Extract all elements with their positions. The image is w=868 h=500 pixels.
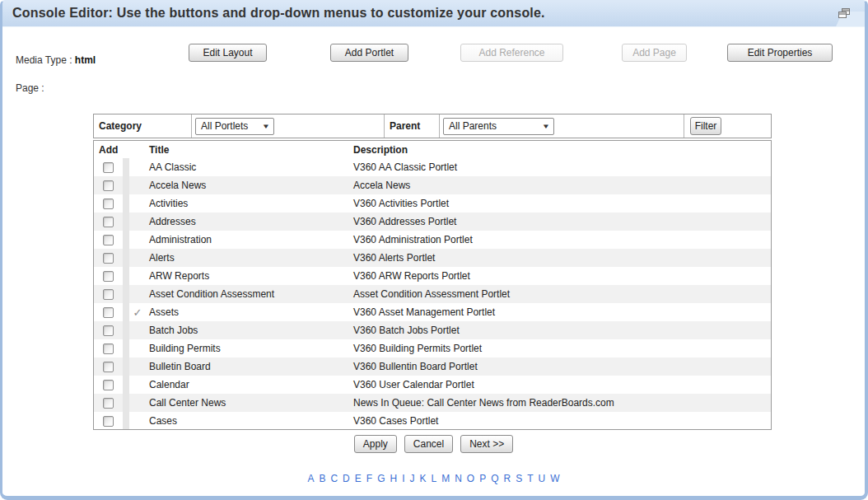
add-checkbox[interactable]	[103, 162, 114, 173]
letter-link-O[interactable]: O	[467, 473, 474, 484]
letter-link-F[interactable]: F	[366, 473, 372, 484]
add-cell	[94, 394, 123, 412]
table-row: ARW ReportsV360 ARW Reports Portlet	[94, 267, 771, 285]
add-checkbox[interactable]	[103, 343, 114, 354]
add-cell	[94, 321, 123, 339]
add-checkbox[interactable]	[103, 307, 114, 318]
add-portlet-button[interactable]: Add Portlet	[330, 44, 408, 62]
add-checkbox[interactable]	[103, 380, 114, 390]
add-checkbox[interactable]	[103, 180, 114, 191]
portlet-description: V360 Addresses Portlet	[350, 213, 771, 231]
next-button[interactable]: Next >>	[460, 435, 513, 453]
edit-properties-button[interactable]: Edit Properties	[727, 44, 833, 62]
letter-link-K[interactable]: K	[419, 473, 426, 484]
media-type-row: Media Type : html	[16, 54, 96, 66]
page-label: Page :	[16, 82, 44, 94]
filter-bar: Category All Portlets ▼ Parent All Paren…	[93, 114, 772, 138]
add-checkbox[interactable]	[103, 217, 114, 227]
add-cell	[94, 303, 123, 321]
add-cell	[94, 412, 123, 430]
letter-link-A[interactable]: A	[307, 473, 314, 484]
add-cell	[94, 231, 123, 249]
column-header-title: Title	[146, 144, 350, 156]
restore-windows-icon[interactable]	[838, 7, 851, 18]
check-cell	[129, 339, 146, 357]
letter-link-I[interactable]: I	[402, 473, 404, 484]
letter-link-S[interactable]: S	[516, 473, 522, 484]
category-select-cell: All Portlets ▼	[192, 114, 385, 138]
table-row: AlertsV360 Alerts Portlet	[94, 249, 771, 267]
category-cell: Category	[94, 114, 192, 138]
add-checkbox[interactable]	[103, 398, 114, 409]
column-gap	[123, 213, 129, 231]
check-cell	[129, 412, 146, 430]
check-cell	[129, 376, 146, 394]
letter-link-E[interactable]: E	[355, 473, 362, 484]
filter-button[interactable]: Filter	[690, 117, 721, 135]
check-cell	[129, 158, 146, 176]
portlet-description: V360 User Calendar Portlet	[350, 376, 771, 394]
letter-link-R[interactable]: R	[504, 473, 511, 484]
table-row: Batch JobsV360 Batch Jobs Portlet	[94, 321, 771, 339]
add-cell	[94, 285, 123, 303]
parent-select[interactable]: All Parents ▼	[443, 118, 554, 135]
column-gap	[123, 339, 129, 357]
category-select[interactable]: All Portlets ▼	[195, 118, 274, 135]
letter-link-D[interactable]: D	[343, 473, 350, 484]
column-gap	[123, 321, 129, 339]
add-checkbox[interactable]	[103, 325, 114, 336]
check-cell	[129, 213, 146, 231]
apply-button[interactable]: Apply	[354, 435, 397, 453]
table-body: AA ClassicV360 AA Classic PortletAccela …	[94, 158, 771, 430]
add-checkbox[interactable]	[103, 289, 114, 300]
add-reference-button: Add Reference	[460, 44, 563, 62]
table-row: ✓AssetsV360 Asset Management Portlet	[94, 303, 771, 321]
portlet-title: Calendar	[146, 376, 350, 394]
edit-layout-button[interactable]: Edit Layout	[189, 44, 267, 62]
add-checkbox[interactable]	[103, 271, 114, 282]
parent-select-value: All Parents	[449, 120, 497, 132]
table-row: Accela NewsAccela News	[94, 176, 771, 194]
console-editor-window: Console Editor: Use the buttons and drop…	[0, 0, 868, 500]
letter-link-J[interactable]: J	[409, 473, 414, 484]
column-header-add: Add	[94, 144, 123, 156]
add-checkbox[interactable]	[103, 416, 114, 427]
table-row: CalendarV360 User Calendar Portlet	[94, 376, 771, 394]
letter-link-L[interactable]: L	[432, 473, 437, 484]
add-cell	[94, 267, 123, 285]
table-row: ActivitiesV360 Activities Portlet	[94, 194, 771, 213]
letter-link-Q[interactable]: Q	[491, 473, 498, 484]
portlet-description: V360 Asset Management Portlet	[350, 303, 771, 321]
cancel-button[interactable]: Cancel	[404, 435, 453, 453]
letter-link-M[interactable]: M	[441, 473, 450, 484]
add-checkbox[interactable]	[103, 199, 114, 209]
add-checkbox[interactable]	[103, 253, 114, 264]
column-gap	[123, 176, 129, 194]
parent-select-cell: All Parents ▼	[440, 114, 684, 138]
check-cell	[129, 249, 146, 267]
letter-link-W[interactable]: W	[550, 473, 559, 484]
add-cell	[94, 249, 123, 267]
add-checkbox[interactable]	[103, 362, 114, 372]
check-cell	[129, 194, 146, 213]
add-checkbox[interactable]	[103, 235, 114, 245]
letter-link-B[interactable]: B	[319, 473, 325, 484]
letter-link-H[interactable]: H	[390, 473, 397, 484]
portlet-description: V360 Batch Jobs Portlet	[350, 321, 771, 339]
portlet-table: Add Title Description AA ClassicV360 AA …	[93, 140, 772, 430]
letter-link-P[interactable]: P	[479, 473, 486, 484]
table-row: AddressesV360 Addresses Portlet	[94, 213, 771, 231]
table-row: Bulletin BoardV360 Bullentin Board Portl…	[94, 357, 771, 376]
table-row: Asset Condition AssessmentAsset Conditio…	[94, 285, 771, 303]
footer-buttons: ApplyCancelNext >>	[2, 435, 865, 453]
letter-link-G[interactable]: G	[377, 473, 385, 484]
media-type-value: html	[75, 54, 96, 66]
letter-link-C[interactable]: C	[330, 473, 338, 484]
check-cell	[129, 231, 146, 249]
portlet-title: Addresses	[146, 213, 350, 231]
alphabet-links: ABCDEFGHIJKLMNOPQRSTUW	[2, 473, 865, 484]
column-gap	[123, 303, 129, 321]
letter-link-U[interactable]: U	[539, 473, 546, 484]
letter-link-N[interactable]: N	[455, 473, 462, 484]
letter-link-T[interactable]: T	[527, 473, 533, 484]
